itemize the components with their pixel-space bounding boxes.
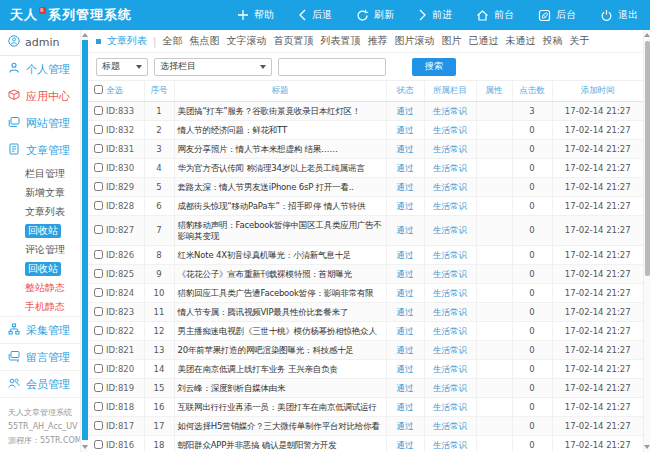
row-title-link[interactable]: 红米Note 4X初音绿真机曝光：小清新气息十足: [174, 246, 386, 265]
row-status-link[interactable]: 通过: [386, 379, 424, 398]
scroll-up-icon[interactable]: [82, 33, 88, 37]
row-status-link[interactable]: 通过: [386, 178, 424, 197]
search-input[interactable]: [278, 58, 386, 76]
sidebar-item-appcenter[interactable]: 应用中心: [0, 83, 80, 110]
row-status-link[interactable]: 通过: [386, 121, 424, 140]
row-checkbox[interactable]: [94, 163, 103, 172]
sidebar-subitem[interactable]: 栏目管理: [0, 164, 80, 183]
row-checkbox[interactable]: [94, 250, 103, 259]
filter-tab[interactable]: 推荐: [367, 34, 387, 48]
row-status-link[interactable]: 通过: [386, 216, 424, 246]
row-status-link[interactable]: 通过: [386, 102, 424, 121]
row-title-link[interactable]: 成都街头惊现“移动PaPa车”：招手即停 情人节特供: [174, 197, 386, 216]
sidebar-subitem[interactable]: 文章列表: [0, 202, 80, 221]
sidebar-item-website[interactable]: 网站管理: [0, 110, 80, 137]
row-category-link[interactable]: 生活常识: [424, 178, 476, 197]
sidebar-item-message[interactable]: 留言管理: [0, 344, 80, 371]
row-status-link[interactable]: 通过: [386, 360, 424, 379]
row-status-link[interactable]: 通过: [386, 322, 424, 341]
row-checkbox[interactable]: [94, 345, 103, 354]
row-checkbox[interactable]: [94, 269, 103, 278]
row-title-link[interactable]: 朝阳群众APP并非恶搞 确认是朝阳警方开发: [174, 436, 386, 452]
scroll-up-icon[interactable]: [644, 33, 650, 37]
filter-tab[interactable]: 未通过: [505, 34, 535, 48]
sidebar-item-personal[interactable]: 个人管理: [0, 56, 80, 83]
row-checkbox[interactable]: [94, 125, 103, 134]
row-status-link[interactable]: 通过: [386, 284, 424, 303]
row-category-link[interactable]: 生活常识: [424, 341, 476, 360]
row-status-link[interactable]: 通过: [386, 197, 424, 216]
filter-tab[interactable]: 首页置顶: [273, 34, 313, 48]
filter-tab[interactable]: 关于: [569, 34, 589, 48]
sidebar-item-article[interactable]: 文章管理: [0, 137, 80, 164]
row-status-link[interactable]: 通过: [386, 246, 424, 265]
row-category-link[interactable]: 生活常识: [424, 436, 476, 452]
row-category-link[interactable]: 生活常识: [424, 159, 476, 178]
filter-tab[interactable]: 投稿: [542, 34, 562, 48]
filter-tab[interactable]: 焦点图: [189, 34, 219, 48]
row-title-link[interactable]: 套路太深：情人节男友送iPhone 6sP 打开一看..: [174, 178, 386, 197]
row-category-link[interactable]: 生活常识: [424, 265, 476, 284]
sidebar-subitem[interactable]: 回收站: [0, 221, 80, 240]
row-category-link[interactable]: 生活常识: [424, 398, 476, 417]
row-title-link[interactable]: 猎豹回应工具类广告遭Facebook暂停：影响非常有限: [174, 284, 386, 303]
row-status-link[interactable]: 通过: [386, 417, 424, 436]
row-title-link[interactable]: 刘云峰：深度剖析自媒体由来: [174, 379, 386, 398]
sidebar-subitem[interactable]: 评论管理: [0, 240, 80, 259]
row-category-link[interactable]: 生活常识: [424, 322, 476, 341]
filter-tab[interactable]: 全部: [162, 34, 182, 48]
row-category-link[interactable]: 生活常识: [424, 360, 476, 379]
row-category-link[interactable]: 生活常识: [424, 140, 476, 159]
row-checkbox[interactable]: [94, 201, 103, 210]
refresh-button[interactable]: 刷新: [356, 8, 394, 22]
row-status-link[interactable]: 通过: [386, 159, 424, 178]
filter-tab[interactable]: 已通过: [468, 34, 498, 48]
search-button[interactable]: 搜索: [412, 58, 456, 76]
row-checkbox[interactable]: [94, 440, 103, 449]
row-title-link[interactable]: 情人节的经济问题：鲜花和TT: [174, 121, 386, 140]
main-scrollbar[interactable]: [643, 30, 650, 452]
row-status-link[interactable]: 通过: [386, 398, 424, 417]
sidebar-subitem[interactable]: 整站静态: [0, 278, 80, 297]
scroll-down-icon[interactable]: [644, 445, 650, 449]
sidebar-scrollbar-thumb[interactable]: [82, 40, 88, 440]
select-all-checkbox[interactable]: [94, 85, 103, 94]
row-category-link[interactable]: 生活常识: [424, 246, 476, 265]
row-title-link[interactable]: 互联网出行行业再添一员：美团打车在南京低调试运行: [174, 398, 386, 417]
row-checkbox[interactable]: [94, 326, 103, 335]
row-status-link[interactable]: 通过: [386, 341, 424, 360]
sidebar-subitem[interactable]: 手机静态: [0, 297, 80, 316]
sidebar-subitem[interactable]: 回收站: [0, 259, 80, 278]
sidebar-item-members[interactable]: 会员管理: [0, 371, 80, 398]
row-checkbox[interactable]: [94, 182, 103, 191]
row-title-link[interactable]: 网友分享照片：情人节本来想虚构 结果……: [174, 140, 386, 159]
row-category-link[interactable]: 生活常识: [424, 417, 476, 436]
back-button[interactable]: 后退: [298, 8, 332, 22]
backend-button[interactable]: 后台: [538, 8, 576, 22]
row-status-link[interactable]: 通过: [386, 265, 424, 284]
row-checkbox[interactable]: [94, 106, 103, 115]
row-checkbox[interactable]: [94, 421, 103, 430]
sidebar-item-collect[interactable]: 采集管理: [0, 317, 80, 344]
row-category-link[interactable]: 生活常识: [424, 303, 476, 322]
forward-button[interactable]: 前进: [418, 8, 452, 22]
category-select[interactable]: 选择栏目: [154, 58, 272, 76]
row-checkbox[interactable]: [94, 402, 103, 411]
frontend-button[interactable]: 前台: [476, 8, 514, 22]
filter-tab[interactable]: 列表置顶: [320, 34, 360, 48]
row-category-link[interactable]: 生活常识: [424, 379, 476, 398]
row-checkbox[interactable]: [94, 383, 103, 392]
row-category-link[interactable]: 生活常识: [424, 102, 476, 121]
row-checkbox[interactable]: [94, 288, 103, 297]
row-checkbox[interactable]: [94, 144, 103, 153]
row-category-link[interactable]: 生活常识: [424, 121, 476, 140]
row-title-link[interactable]: 《花花公子》宣布重新刊载裸模特照：首期曝光: [174, 265, 386, 284]
row-checkbox[interactable]: [94, 307, 103, 316]
row-title-link[interactable]: 情人节专属：腾讯视频VIP最具性价比套餐来了: [174, 303, 386, 322]
row-category-link[interactable]: 生活常识: [424, 216, 476, 246]
row-title-link[interactable]: 如何选择H5营销媒介？三大微传单制作平台对比给你看: [174, 417, 386, 436]
row-status-link[interactable]: 通过: [386, 140, 424, 159]
sidebar-subitem[interactable]: 新增文章: [0, 183, 80, 202]
row-title-link[interactable]: 男主播痴迷电视剧《三世十桃》模仿杨幂扮相惊艳众人: [174, 322, 386, 341]
row-category-link[interactable]: 生活常识: [424, 284, 476, 303]
